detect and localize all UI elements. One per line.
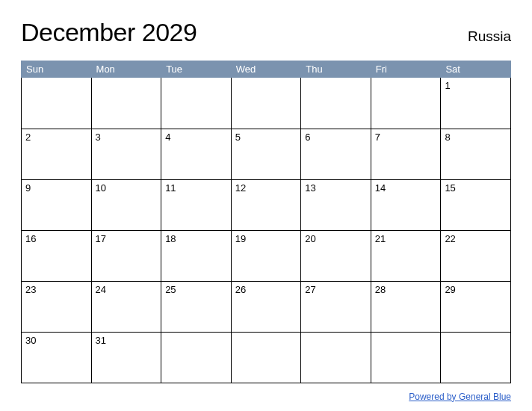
weekday-header-row: Sun Mon Tue Wed Thu Fri Sat: [22, 61, 511, 78]
calendar-cell: [371, 78, 441, 129]
calendar-row: 1: [22, 78, 511, 129]
calendar-table: Sun Mon Tue Wed Thu Fri Sat 1 2 3 4 5 6 …: [21, 61, 511, 383]
calendar-cell: 11: [161, 179, 232, 230]
calendar-cell: 14: [371, 179, 441, 230]
footer: Powered by General Blue: [21, 389, 511, 403]
calendar-row: 30 31: [22, 332, 511, 383]
calendar-row: 23 24 25 26 27 28 29: [22, 281, 511, 332]
calendar-cell: 17: [91, 230, 161, 281]
calendar-cell: 24: [91, 281, 161, 332]
calendar-cell: 1: [441, 78, 511, 129]
calendar-cell: 19: [231, 230, 301, 281]
calendar-cell: 23: [22, 281, 92, 332]
calendar-cell: 3: [91, 129, 161, 179]
weekday-header: Thu: [301, 61, 371, 78]
calendar-cell: 30: [22, 332, 92, 383]
calendar-region: Russia: [468, 28, 511, 45]
calendar-cell: 21: [371, 230, 441, 281]
calendar-cell: 20: [301, 230, 371, 281]
calendar-row: 9 10 11 12 13 14 15: [22, 179, 511, 230]
weekday-header: Sun: [22, 61, 92, 78]
calendar-cell: [441, 332, 511, 383]
calendar-cell: 27: [301, 281, 371, 332]
weekday-header: Sat: [441, 61, 511, 78]
calendar-cell: 8: [441, 129, 511, 179]
weekday-header: Wed: [231, 61, 301, 78]
calendar-cell: 29: [441, 281, 511, 332]
calendar-cell: 10: [91, 179, 161, 230]
weekday-header: Tue: [161, 61, 232, 78]
calendar-cell: 4: [161, 129, 232, 179]
calendar-cell: 6: [301, 129, 371, 179]
calendar-cell: 26: [231, 281, 301, 332]
calendar-body: 1 2 3 4 5 6 7 8 9 10 11 12 13 14 15 16 1…: [22, 78, 511, 383]
calendar-cell: [231, 78, 301, 129]
calendar-row: 16 17 18 19 20 21 22: [22, 230, 511, 281]
weekday-header: Mon: [91, 61, 161, 78]
calendar-row: 2 3 4 5 6 7 8: [22, 129, 511, 179]
calendar-cell: [22, 78, 92, 129]
calendar-cell: 13: [301, 179, 371, 230]
calendar-cell: 25: [161, 281, 232, 332]
calendar-cell: 16: [22, 230, 92, 281]
powered-by-link[interactable]: Powered by General Blue: [409, 392, 511, 402]
calendar-cell: [91, 78, 161, 129]
calendar-cell: [301, 332, 371, 383]
calendar-cell: 5: [231, 129, 301, 179]
calendar-header: December 2029 Russia: [21, 18, 511, 47]
calendar-cell: 9: [22, 179, 92, 230]
calendar-cell: 12: [231, 179, 301, 230]
calendar-cell: [301, 78, 371, 129]
calendar-cell: [161, 332, 232, 383]
calendar-cell: [161, 78, 232, 129]
calendar-cell: 7: [371, 129, 441, 179]
calendar-cell: 31: [91, 332, 161, 383]
calendar-cell: 28: [371, 281, 441, 332]
weekday-header: Fri: [371, 61, 441, 78]
calendar-cell: [371, 332, 441, 383]
calendar-cell: 18: [161, 230, 232, 281]
calendar-cell: [231, 332, 301, 383]
calendar-cell: 2: [22, 129, 92, 179]
calendar-cell: 15: [441, 179, 511, 230]
calendar-cell: 22: [441, 230, 511, 281]
calendar-title: December 2029: [21, 18, 197, 47]
